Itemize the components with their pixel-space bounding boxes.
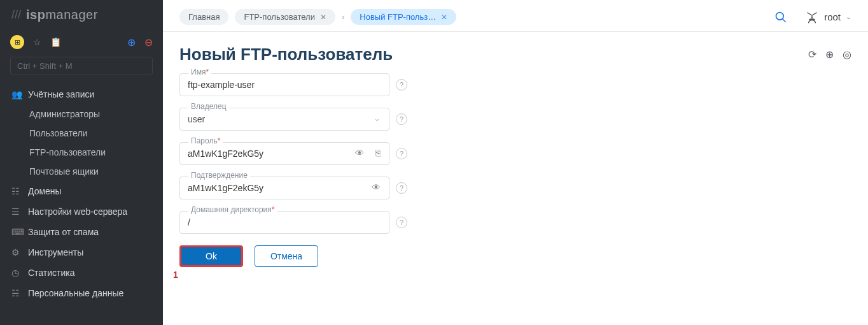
globe-icon[interactable]: ⊕	[825, 48, 834, 61]
user-icon	[805, 10, 819, 24]
search-icon[interactable]	[774, 11, 787, 24]
user-menu[interactable]: root ⌄	[805, 10, 851, 24]
field-label: Пароль*	[188, 136, 223, 145]
nav-label: Защита от спама	[28, 227, 99, 237]
sidebar-item-spam[interactable]: ⌨ Защита от спама	[0, 222, 163, 242]
shield-icon: ⌨	[11, 227, 22, 237]
field-confirm: Подтверждение 👁 ?	[179, 177, 409, 199]
breadcrumb-ftp-users[interactable]: FTP-пользователи ✕	[235, 9, 335, 25]
nav-label: Инструменты	[28, 247, 83, 257]
user-name: root	[824, 11, 841, 22]
sidebar-sub-admins[interactable]: Администраторы	[0, 105, 163, 124]
logo-text: ispmanager	[26, 8, 98, 22]
breadcrumb-label: FTP-пользователи	[244, 12, 314, 22]
eye-icon[interactable]: 👁	[355, 148, 364, 158]
nav-label: Настройки web-сервера	[28, 206, 127, 217]
sidebar-sub-ftp[interactable]: FTP-пользователи	[0, 143, 163, 162]
nav-label: Домены	[28, 186, 62, 196]
field-homedir: Домашняя директория* ?	[179, 211, 409, 234]
help-icon[interactable]: ◎	[843, 48, 851, 61]
sidebar-toolbar: ⊞ ☆ 📋 ⊕ ⊖	[0, 30, 163, 57]
nav: 👥 Учётные записи Администраторы Пользова…	[0, 84, 163, 325]
field-label: Имя*	[188, 68, 211, 76]
chevron-down-icon: ⌄	[374, 113, 381, 123]
sidebar-item-tools[interactable]: ⚙ Инструменты	[0, 242, 163, 263]
sidebar: /// ispmanager ⊞ ☆ 📋 ⊕ ⊖ Ctrl + Shift + …	[0, 0, 163, 325]
help-icon[interactable]: ?	[396, 182, 407, 194]
main: Главная FTP-пользователи ✕ › Новый FTP-п…	[163, 0, 868, 325]
field-label: Подтверждение	[188, 171, 250, 180]
name-input[interactable]	[179, 73, 389, 96]
plus-icon[interactable]: ⊕	[127, 36, 136, 48]
homedir-input[interactable]	[179, 211, 389, 234]
help-icon[interactable]: ?	[396, 113, 407, 125]
sidebar-item-webserver[interactable]: ☰ Настройки web-сервера	[0, 201, 163, 222]
annotation-number: 1	[173, 270, 178, 280]
gear-icon: ⚙	[11, 247, 22, 257]
field-label: Домашняя директория*	[188, 205, 277, 214]
help-icon[interactable]: ?	[396, 79, 407, 90]
logo: /// ispmanager	[0, 0, 163, 30]
field-label: Владелец	[188, 102, 229, 111]
sidebar-item-stats[interactable]: ◷ Статистика	[0, 263, 163, 283]
chevron-down-icon: ⌄	[846, 13, 851, 21]
page-actions: ⟳ ⊕ ◎	[808, 48, 851, 61]
svg-point-0	[776, 12, 784, 20]
minus-icon[interactable]: ⊖	[144, 36, 153, 48]
settings-icon: ☰	[11, 206, 22, 217]
field-owner: Владелец ⌄ ?	[179, 108, 409, 131]
generate-icon[interactable]: ⎘	[375, 148, 381, 158]
refresh-icon[interactable]: ⟳	[808, 48, 816, 61]
star-icon[interactable]: ☆	[33, 37, 41, 47]
breadcrumb-new-ftp[interactable]: Новый FTP-польз… ✕	[351, 9, 456, 25]
personal-icon: ☵	[11, 288, 22, 298]
badge-icon[interactable]: ⊞	[10, 35, 24, 49]
help-icon[interactable]: ?	[396, 148, 407, 159]
logo-slashes-icon: ///	[11, 8, 21, 22]
users-icon: 👥	[11, 89, 22, 99]
confirm-input[interactable]	[179, 177, 389, 199]
owner-select[interactable]	[179, 108, 389, 131]
content: Новый FTP-пользователь ⟳ ⊕ ◎ Имя* ?	[163, 32, 868, 280]
clock-icon: ◷	[11, 268, 22, 278]
nav-label: Персональные данные	[28, 288, 123, 298]
close-icon[interactable]: ✕	[441, 13, 447, 22]
sidebar-item-personal[interactable]: ☵ Персональные данные	[0, 283, 163, 303]
cancel-button[interactable]: Отмена	[255, 245, 318, 267]
sidebar-sub-users[interactable]: Пользователи	[0, 124, 163, 143]
breadcrumb-label: Новый FTP-польз…	[360, 12, 436, 22]
sidebar-item-domains[interactable]: ☷ Домены	[0, 181, 163, 201]
ok-button[interactable]: Ok	[179, 245, 243, 267]
clipboard-icon[interactable]: 📋	[50, 37, 61, 47]
sidebar-item-accounts[interactable]: 👥 Учётные записи	[0, 84, 163, 105]
search-input[interactable]: Ctrl + Shift + M	[10, 57, 153, 75]
breadcrumb-separator-icon: ›	[342, 12, 344, 22]
field-name: Имя* ?	[179, 73, 409, 96]
nav-label: Учётные записи	[28, 89, 94, 99]
help-icon[interactable]: ?	[396, 217, 407, 228]
nav-label: Статистика	[28, 268, 75, 278]
sidebar-sub-mail[interactable]: Почтовые ящики	[0, 162, 163, 181]
button-row: Ok Отмена 1	[179, 245, 409, 267]
breadcrumb-home[interactable]: Главная	[179, 9, 228, 25]
breadcrumb-label: Главная	[188, 12, 220, 22]
close-icon[interactable]: ✕	[320, 13, 326, 22]
svg-line-1	[783, 18, 786, 22]
page-title: Новый FTP-пользователь	[179, 45, 393, 64]
domains-icon: ☷	[11, 186, 22, 196]
field-password: Пароль* 👁 ⎘ ?	[179, 142, 409, 165]
topbar: Главная FTP-пользователи ✕ › Новый FTP-п…	[163, 0, 868, 32]
page-header: Новый FTP-пользователь ⟳ ⊕ ◎	[179, 45, 851, 64]
form: Имя* ? Владелец ⌄ ?	[179, 73, 409, 267]
eye-icon[interactable]: 👁	[372, 182, 381, 192]
